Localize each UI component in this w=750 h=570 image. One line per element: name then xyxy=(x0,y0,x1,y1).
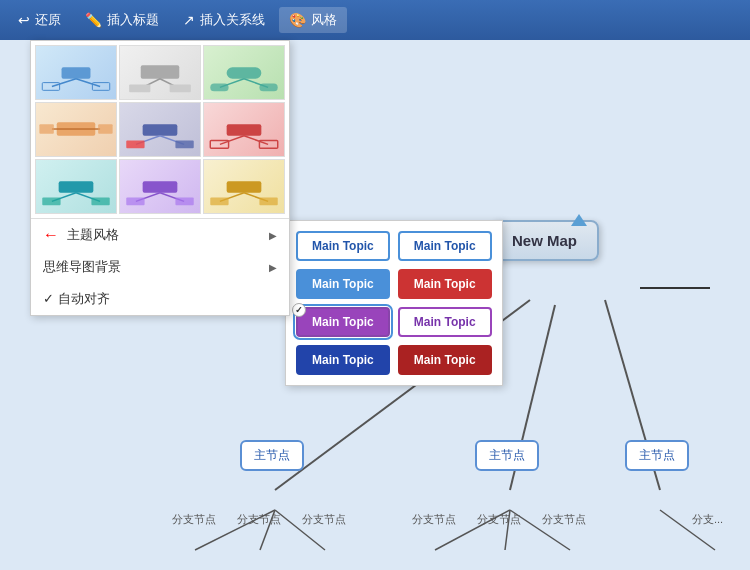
topic-style-btn-8[interactable]: Main Topic xyxy=(398,345,492,375)
auto-align-menu-item[interactable]: ✓ 自动对齐 xyxy=(31,283,289,315)
topic-style-btn-1[interactable]: Main Topic xyxy=(296,231,390,261)
svg-rect-19 xyxy=(170,85,191,93)
svg-rect-34 xyxy=(175,141,193,149)
branch-node-3: 分支节点 xyxy=(302,512,346,527)
svg-rect-44 xyxy=(91,198,109,206)
insert-title-button[interactable]: ✏️ 插入标题 xyxy=(75,7,169,33)
theme-style-label: 主题风格 xyxy=(67,226,119,244)
style-thumb-6[interactable] xyxy=(203,102,285,157)
topic-style-picker: Main Topic Main Topic Main Topic Main To… xyxy=(285,220,503,386)
svg-rect-20 xyxy=(227,67,262,79)
sub-node-2[interactable]: 主节点 xyxy=(475,440,539,471)
style-thumbnail-grid xyxy=(31,41,289,219)
svg-rect-49 xyxy=(175,198,193,206)
style-thumb-8[interactable] xyxy=(119,159,201,214)
style-thumb-3[interactable] xyxy=(203,45,285,100)
red-arrow-icon: ← xyxy=(43,226,59,244)
topic-style-btn-3[interactable]: Main Topic xyxy=(296,269,390,299)
branch-node-1: 分支节点 xyxy=(172,512,216,527)
svg-rect-13 xyxy=(42,83,59,91)
sub-node-2-label: 主节点 xyxy=(489,448,525,462)
submenu-arrow-icon: ▶ xyxy=(269,230,277,241)
svg-rect-18 xyxy=(129,85,150,93)
sub-node-1[interactable]: 主节点 xyxy=(240,440,304,471)
main-node-label: New Map xyxy=(512,232,577,249)
insert-link-button[interactable]: ↗ 插入关系线 xyxy=(173,7,275,33)
dropdown-arrow xyxy=(571,214,587,226)
sub-node-1-label: 主节点 xyxy=(254,448,290,462)
svg-rect-14 xyxy=(92,83,109,91)
topic-style-btn-5[interactable]: ✓ Main Topic xyxy=(296,307,390,337)
svg-rect-10 xyxy=(62,67,91,79)
branch-node-6: 分支节点 xyxy=(542,512,586,527)
svg-rect-24 xyxy=(259,84,277,92)
style-thumb-5[interactable] xyxy=(119,102,201,157)
svg-rect-54 xyxy=(259,198,277,206)
svg-rect-43 xyxy=(42,198,60,206)
topic-style-btn-7[interactable]: Main Topic xyxy=(296,345,390,375)
svg-rect-29 xyxy=(98,124,112,134)
undo-label: 还原 xyxy=(35,11,61,29)
style-thumb-7[interactable] xyxy=(35,159,117,214)
main-node[interactable]: New Map xyxy=(490,220,599,261)
style-thumb-4[interactable] xyxy=(35,102,117,157)
branch-node-5: 分支节点 xyxy=(477,512,521,527)
branch-node-2: 分支节点 xyxy=(237,512,281,527)
style-label: 风格 xyxy=(311,11,337,29)
topic-style-btn-6[interactable]: Main Topic xyxy=(398,307,492,337)
svg-rect-35 xyxy=(227,124,262,136)
svg-rect-27 xyxy=(39,124,53,134)
style-button[interactable]: 🎨 风格 xyxy=(279,7,347,33)
undo-button[interactable]: ↩ 还原 xyxy=(8,7,71,33)
insert-link-label: 插入关系线 xyxy=(200,11,265,29)
undo-icon: ↩ xyxy=(18,12,30,28)
mind-map-bg-menu-item[interactable]: 思维导图背景 ▶ xyxy=(31,251,289,283)
style-thumb-9[interactable] xyxy=(203,159,285,214)
svg-rect-33 xyxy=(126,141,144,149)
topic-style-btn-2[interactable]: Main Topic xyxy=(398,231,492,261)
svg-rect-50 xyxy=(227,181,262,193)
svg-rect-23 xyxy=(210,84,228,92)
svg-rect-48 xyxy=(126,198,144,206)
svg-rect-45 xyxy=(143,181,178,193)
insert-link-icon: ↗ xyxy=(183,12,195,28)
svg-rect-40 xyxy=(59,181,94,193)
sub-node-3[interactable]: 主节点 xyxy=(625,440,689,471)
branch-node-4: 分支节点 xyxy=(412,512,456,527)
style-icon: 🎨 xyxy=(289,12,306,28)
insert-title-label: 插入标题 xyxy=(107,11,159,29)
svg-rect-30 xyxy=(143,124,178,136)
toolbar: ↩ 还原 ✏️ 插入标题 ↗ 插入关系线 🎨 风格 xyxy=(0,0,750,40)
branch-node-7: 分支... xyxy=(692,512,723,527)
mind-map-bg-label: 思维导图背景 xyxy=(43,258,121,276)
auto-align-label: ✓ 自动对齐 xyxy=(43,290,110,308)
topic-style-btn-4[interactable]: Main Topic xyxy=(398,269,492,299)
style-thumb-2[interactable] xyxy=(119,45,201,100)
style-dropdown-panel: ← 主题风格 ▶ 思维导图背景 ▶ ✓ 自动对齐 xyxy=(30,40,290,316)
style-thumb-1[interactable] xyxy=(35,45,117,100)
theme-style-menu-item[interactable]: ← 主题风格 ▶ xyxy=(31,219,289,251)
insert-title-icon: ✏️ xyxy=(85,12,102,28)
submenu-arrow-2-icon: ▶ xyxy=(269,262,277,273)
svg-rect-53 xyxy=(210,198,228,206)
svg-rect-15 xyxy=(141,65,180,78)
sub-node-3-label: 主节点 xyxy=(639,448,675,462)
